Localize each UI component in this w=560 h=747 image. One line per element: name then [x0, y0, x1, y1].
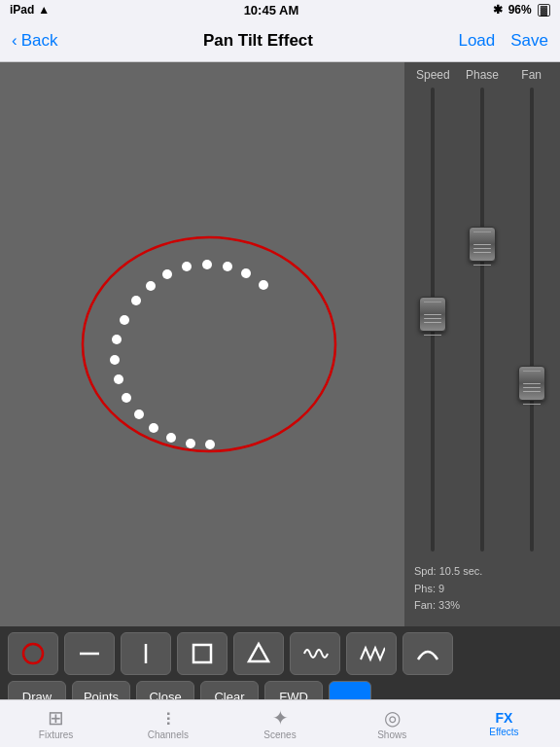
tab-shows-label: Shows: [377, 729, 406, 740]
speed-value: Spd: 10.5 sec.: [414, 563, 550, 581]
square-icon: [189, 640, 216, 667]
svg-point-17: [241, 268, 251, 278]
fan-slider-container[interactable]: [507, 88, 556, 551]
triangle-shape-btn[interactable]: [233, 632, 284, 675]
slider-labels: Speed Phase Fan: [408, 68, 556, 82]
fan-handle-lines: [519, 375, 544, 400]
nav-bar: ‹ Back Pan Tilt Effect Load Save: [0, 19, 560, 62]
svg-point-6: [122, 393, 131, 403]
canvas-area[interactable]: [0, 62, 404, 626]
tab-effects[interactable]: FX Effects: [448, 700, 560, 747]
handle-line: [523, 383, 541, 384]
wifi-icon: ▲: [38, 3, 50, 17]
svg-marker-23: [249, 644, 268, 661]
svg-point-12: [146, 281, 156, 291]
handle-line: [523, 387, 541, 388]
tab-channels[interactable]: ⫶ Channels: [112, 700, 224, 747]
circle-shape-btn[interactable]: [8, 632, 58, 675]
slider-panel: Speed Phase Fan: [404, 62, 560, 626]
svg-point-16: [223, 262, 232, 271]
tab-scenes-label: Scenes: [263, 729, 296, 740]
shows-icon: ◎: [384, 708, 401, 728]
carrier-label: iPad: [10, 3, 34, 17]
handle-line: [424, 318, 441, 319]
svg-point-13: [162, 269, 172, 279]
svg-point-7: [134, 409, 144, 419]
status-right: ✱ 96% ▓: [493, 3, 550, 17]
wave-shape-btn[interactable]: [290, 632, 340, 675]
speed-label: Speed: [411, 68, 455, 82]
svg-rect-22: [193, 645, 211, 662]
phase-value: Phs: 9: [414, 581, 550, 598]
battery-level: 96%: [508, 3, 532, 17]
save-button[interactable]: Save: [510, 31, 548, 51]
svg-point-8: [149, 423, 158, 433]
status-left: iPad ▲: [10, 3, 50, 17]
tab-fixtures[interactable]: ⊞ Fixtures: [0, 700, 112, 747]
tab-bar: ⊞ Fixtures ⫶ Channels ✦ Scenes ◎ Shows F…: [0, 699, 560, 747]
speed-slider-track: [431, 88, 435, 551]
svg-point-11: [205, 440, 215, 449]
svg-point-14: [182, 262, 192, 271]
phase-handle-lines: [470, 236, 495, 261]
svg-point-5: [114, 374, 123, 384]
effects-icon: FX: [495, 711, 512, 725]
svg-point-18: [259, 280, 268, 290]
phase-slider-container[interactable]: [458, 88, 508, 551]
square-shape-btn[interactable]: [177, 632, 228, 675]
svg-point-15: [202, 260, 212, 269]
speed-slider-container[interactable]: [408, 88, 458, 551]
phase-slider-track: [480, 88, 484, 551]
speed-slider-handle[interactable]: [419, 297, 446, 332]
status-bar: iPad ▲ 10:45 AM ✱ 96% ▓: [0, 0, 560, 19]
svg-point-2: [120, 315, 129, 325]
tab-fixtures-label: Fixtures: [39, 729, 74, 740]
handle-line: [424, 322, 441, 323]
zigzag-icon: [358, 640, 385, 667]
zigzag-shape-btn[interactable]: [346, 632, 397, 675]
circle-icon: [19, 640, 47, 667]
line-shape-btn[interactable]: [64, 632, 115, 675]
chevron-left-icon: ‹: [12, 31, 18, 51]
handle-line: [473, 244, 491, 245]
page-title: Pan Tilt Effect: [203, 31, 313, 51]
scenes-icon: ✦: [272, 708, 289, 728]
vertical-line-icon: [132, 640, 159, 667]
phase-slider-handle[interactable]: [469, 227, 496, 262]
triangle-icon: [245, 640, 272, 667]
nav-actions: Load Save: [458, 31, 548, 51]
vertical-shape-btn[interactable]: [121, 632, 171, 675]
back-button[interactable]: ‹ Back: [12, 31, 57, 51]
main-content: Speed Phase Fan: [0, 62, 560, 626]
handle-line: [473, 248, 491, 249]
svg-point-4: [110, 355, 120, 365]
arc-icon: [414, 640, 441, 667]
wave-icon: [301, 640, 329, 667]
tab-effects-label: Effects: [489, 727, 518, 737]
fan-slider-handle[interactable]: [518, 366, 545, 401]
handle-line: [473, 252, 491, 253]
phase-label: Phase: [460, 68, 504, 82]
speed-handle-lines: [420, 306, 445, 331]
line-icon: [76, 640, 103, 667]
svg-point-9: [166, 433, 176, 443]
tab-shows[interactable]: ◎ Shows: [336, 700, 448, 747]
tab-scenes[interactable]: ✦ Scenes: [224, 700, 335, 747]
fixtures-icon: ⊞: [48, 708, 64, 728]
sliders-row: [408, 88, 556, 551]
effect-canvas: [0, 62, 404, 626]
handle-line: [424, 314, 441, 315]
load-button[interactable]: Load: [458, 31, 495, 51]
bluetooth-icon: ✱: [493, 3, 503, 17]
svg-point-0: [83, 237, 335, 451]
fan-value: Fan: 33%: [414, 597, 550, 615]
fan-label: Fan: [509, 68, 553, 82]
handle-line: [523, 391, 541, 392]
svg-point-1: [131, 296, 141, 305]
battery-icon: ▓: [538, 4, 550, 17]
back-label: Back: [21, 31, 58, 51]
status-time: 10:45 AM: [244, 3, 299, 18]
arc-shape-btn[interactable]: [402, 632, 453, 675]
channels-icon: ⫶: [163, 708, 173, 728]
svg-point-10: [186, 439, 195, 448]
